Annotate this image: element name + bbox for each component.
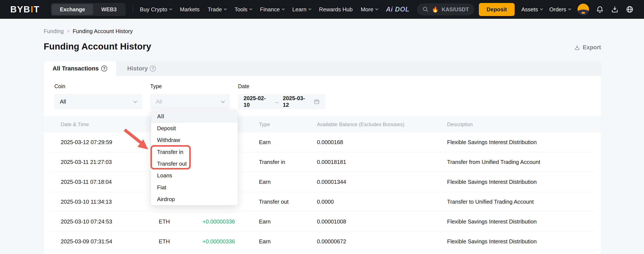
download-icon[interactable] [611, 5, 619, 14]
cell-type: Earn [259, 139, 317, 146]
type-label: Type [150, 83, 230, 90]
dropdown-option-deposit[interactable]: Deposit [151, 122, 238, 134]
table-row: 2025-03-09 07:31:54 ETH +0.00000336 Earn… [50, 232, 594, 251]
menu-more[interactable]: More [361, 6, 378, 13]
menu-tools[interactable]: Tools [234, 6, 252, 13]
cell-balance: 0.00001344 [317, 179, 447, 185]
dropdown-option-all[interactable]: All [151, 110, 238, 122]
chevron-down-icon [224, 7, 227, 10]
help-icon[interactable] [150, 66, 156, 71]
menu-rewards-hub[interactable]: Rewards Hub [319, 6, 353, 13]
type-dropdown-menu: All Deposit Withdraw Transfer in Transfe… [151, 110, 238, 205]
toggle-web3[interactable]: WEB3 [93, 4, 125, 15]
chevron-down-icon [540, 7, 543, 10]
date-start: 2025-02-10 [244, 95, 270, 108]
cell-description: Flexible Savings Interest Distribution [447, 139, 594, 146]
search-ticker: KAS/USDT [442, 7, 469, 13]
cell-type: Earn [259, 179, 317, 185]
cell-datetime: 2025-03-11 21:27:03 [50, 159, 159, 165]
dropdown-option-transfer-in[interactable]: Transfer in [151, 146, 238, 158]
date-filter: Date 2025-02-10 → 2025-03-12 [238, 83, 326, 109]
cell-datetime: 2025-03-12 07:29:59 [50, 139, 159, 146]
dropdown-option-airdrop[interactable]: Airdrop [151, 193, 238, 205]
range-arrow-icon: → [274, 98, 280, 105]
chevron-down-icon [249, 7, 252, 10]
globe-language-icon[interactable] [626, 5, 634, 14]
cell-type: Earn [259, 218, 317, 225]
cell-amount: +0.00000336 [202, 238, 259, 245]
breadcrumb-chevron-icon: › [67, 28, 69, 34]
exchange-web3-toggle: Exchange WEB3 [51, 3, 126, 16]
menu-learn[interactable]: Learn [292, 6, 311, 13]
date-end: 2025-03-12 [283, 95, 310, 108]
card-body: Coin All Type All Date 2025-02-10 → 202 [44, 76, 601, 254]
dropdown-option-loans[interactable]: Loans [151, 170, 238, 181]
dropdown-option-transfer-out[interactable]: Transfer out [151, 158, 238, 170]
nav-divider [132, 6, 133, 13]
dropdown-option-fiat[interactable]: Fiat [151, 181, 238, 193]
cell-coin: ETH [159, 218, 202, 225]
coin-select[interactable]: All [54, 94, 142, 109]
chevron-down-icon [169, 7, 172, 10]
date-range-picker[interactable]: 2025-02-10 → 2025-03-12 [238, 94, 326, 109]
cell-description: Flexible Savings Interest Distribution [447, 238, 594, 245]
coin-label: Coin [54, 83, 142, 90]
dropdown-option-withdraw[interactable]: Withdraw [151, 134, 238, 146]
chevron-down-icon [282, 7, 285, 10]
menu-finance[interactable]: Finance [260, 6, 284, 13]
export-button[interactable]: Export [574, 44, 601, 52]
main-menu: Buy Crypto Markets Trade Tools Finance L… [140, 6, 378, 13]
type-filter: Type All [150, 83, 230, 109]
assets-menu[interactable]: Assets [522, 6, 542, 13]
logo-text-2: T [34, 4, 40, 14]
cell-type: Transfer out [259, 198, 317, 205]
deposit-button[interactable]: Deposit [479, 3, 514, 16]
cell-balance: 0.00018181 [317, 159, 447, 165]
flame-icon: 🔥 [432, 6, 438, 13]
orders-menu[interactable]: Orders [550, 6, 571, 13]
tab-history[interactable]: History [116, 65, 156, 72]
avatar[interactable] [578, 4, 589, 15]
chevron-down-icon [221, 99, 225, 103]
nav-right: Deposit Assets Orders [479, 3, 634, 16]
cell-type: Transfer in [259, 159, 317, 165]
menu-trade[interactable]: Trade [208, 6, 226, 13]
notifications-bell-icon[interactable] [596, 5, 604, 14]
table-header: Date & Time Type Available Balance (Excl… [44, 116, 601, 132]
breadcrumb-funding[interactable]: Funding [44, 28, 64, 35]
header-description: Description [447, 121, 594, 128]
cell-balance: 0.0000168 [317, 139, 447, 146]
cell-description: Flexible Savings Interest Distribution [447, 179, 594, 185]
table-row: 2025-03-10 07:24:53 ETH +0.00000336 Earn… [50, 212, 594, 232]
cell-type: Earn [259, 238, 317, 245]
type-select[interactable]: All [150, 94, 230, 109]
table-row: 2025-03-10 11:34:13 Transfer out 0.0000 … [50, 192, 594, 212]
menu-buy-crypto[interactable]: Buy Crypto [140, 6, 172, 13]
cell-datetime: 2025-03-09 07:31:54 [50, 238, 159, 245]
cell-datetime: 2025-03-11 07:18:04 [50, 179, 159, 185]
help-icon[interactable] [101, 66, 107, 71]
toggle-exchange[interactable]: Exchange [52, 4, 93, 15]
page-title: Funding Account History [44, 41, 151, 52]
chevron-down-icon [375, 7, 378, 10]
menu-markets[interactable]: Markets [180, 6, 200, 13]
chevron-down-icon [133, 99, 137, 103]
chevron-down-icon [568, 7, 571, 10]
cell-amount: +0.00000336 [202, 218, 259, 225]
aidol-logo[interactable]: Ai DOL [386, 6, 410, 13]
search-icon [422, 6, 429, 13]
search-input[interactable]: 🔥 KAS/USDT [417, 4, 474, 15]
cell-balance: 0.00000672 [317, 238, 447, 245]
cell-coin: ETH [159, 238, 202, 245]
logo-accent: I [30, 4, 34, 14]
date-label: Date [238, 83, 326, 90]
cell-datetime: 2025-03-10 07:24:53 [50, 218, 159, 225]
transactions-table: Date & Time Type Available Balance (Excl… [44, 116, 601, 251]
table-row: 2025-03-11 07:18:04 Earn 0.00001344 Flex… [50, 172, 594, 192]
tab-all-transactions[interactable]: All Transactions [44, 61, 116, 76]
calendar-icon [314, 98, 320, 105]
bybit-logo[interactable]: BYBIT [10, 4, 40, 15]
tab-strip: All Transactions History [44, 61, 601, 76]
header-type: Type [259, 121, 317, 128]
cell-description: Transfer from Unified Trading Account [447, 159, 594, 165]
